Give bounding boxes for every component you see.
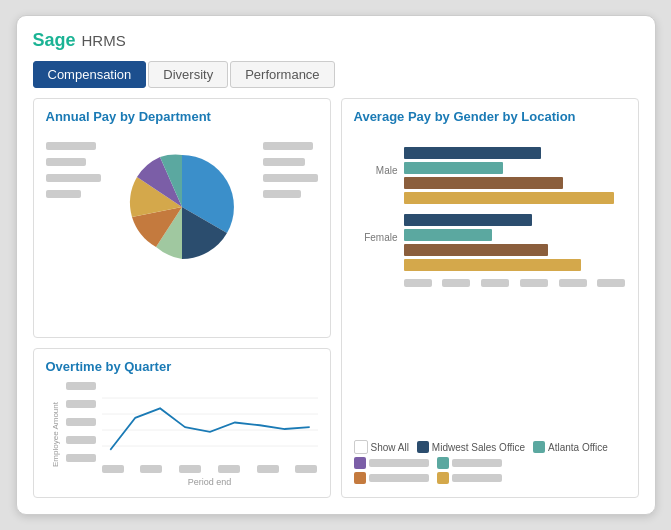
y-axis-label: Employee Amount: [51, 402, 60, 467]
app-container: Sage HRMS Compensation Diversity Perform…: [16, 15, 656, 515]
legend-dot-6: [437, 472, 449, 484]
legend-midwest-label: Midwest Sales Office: [432, 442, 525, 453]
x-tick-5: [559, 279, 587, 287]
header: Sage HRMS: [33, 30, 639, 51]
sage-logo: Sage: [33, 30, 76, 51]
avg-pay-title: Average Pay by Gender by Location: [354, 109, 626, 124]
x-tick-2: [442, 279, 470, 287]
legend-bar-4: [46, 190, 81, 198]
overtime-x-tick-1: [102, 465, 124, 473]
overtime-title: Overtime by Quarter: [46, 359, 318, 374]
overtime-x-tick-6: [295, 465, 317, 473]
overtime-card: Overtime by Quarter Employee Amount: [33, 348, 331, 498]
legend-dot-5: [354, 472, 366, 484]
annual-pay-title: Annual Pay by Department: [46, 109, 318, 124]
overtime-chart-area: Period end: [66, 382, 318, 487]
legend-ph-5: [369, 474, 429, 482]
legend-bar-3: [46, 174, 101, 182]
legend-ph-6: [452, 474, 502, 482]
x-axis-ticks: [354, 279, 626, 287]
legend-atlanta-label: Atlanta Office: [548, 442, 608, 453]
female-bar-1: [404, 214, 533, 226]
legend-item-6: [437, 472, 502, 484]
pie-chart-area: [46, 132, 318, 282]
y-tick-3: [66, 418, 96, 426]
legend-bar-r4: [263, 190, 301, 198]
legend-bar-1: [46, 142, 96, 150]
y-tick-2: [66, 400, 96, 408]
bars-area: Male Female: [354, 132, 626, 432]
x-tick-6: [597, 279, 625, 287]
legend-atlanta: Atlanta Office: [533, 441, 608, 453]
x-tick-1: [404, 279, 432, 287]
tab-performance[interactable]: Performance: [230, 61, 334, 88]
avg-pay-inner: Average Pay by Gender by Location Male: [354, 109, 626, 487]
x-axis-label: Period end: [66, 477, 318, 487]
legend-item-3: [354, 457, 429, 469]
tabs-bar: Compensation Diversity Performance: [33, 61, 639, 88]
overtime-svg-wrapper: [66, 382, 318, 462]
y-tick-5: [66, 454, 96, 462]
show-all-label: Show All: [371, 442, 409, 453]
legend-row-3: [354, 472, 626, 484]
female-bar-3: [404, 244, 548, 256]
male-bar-3: [404, 177, 564, 189]
legend-row-1: Show All Midwest Sales Office Atlanta Of…: [354, 440, 626, 454]
tab-compensation[interactable]: Compensation: [33, 61, 147, 88]
legend-bar-r3: [263, 174, 318, 182]
app-title: HRMS: [82, 32, 126, 49]
legend-item-4: [437, 457, 502, 469]
female-bar-4: [404, 259, 582, 271]
male-group: Male: [354, 147, 626, 204]
male-bar-2: [404, 162, 504, 174]
female-group: Female: [354, 214, 626, 271]
pie-chart-svg: [122, 147, 242, 267]
female-bar-2: [404, 229, 493, 241]
legend-row-2: [354, 457, 626, 469]
overtime-x-tick-3: [179, 465, 201, 473]
annual-pay-card: Annual Pay by Department: [33, 98, 331, 338]
overtime-x-tick-4: [218, 465, 240, 473]
y-tick-1: [66, 382, 96, 390]
x-tick-3: [481, 279, 509, 287]
legend-dot-3: [354, 457, 366, 469]
y-tick-4: [66, 436, 96, 444]
y-ticks-col: [66, 382, 96, 462]
legend-bar-2: [46, 158, 86, 166]
female-label: Female: [354, 214, 404, 243]
male-label: Male: [354, 147, 404, 176]
legend-midwest-dot: [417, 441, 429, 453]
chart-legend: Show All Midwest Sales Office Atlanta Of…: [354, 440, 626, 487]
legend-ph-4: [452, 459, 502, 467]
overtime-chart-wrapper: Employee Amount: [46, 382, 318, 487]
male-bars: [404, 147, 626, 204]
pie-legend-left: [46, 142, 101, 198]
tab-diversity[interactable]: Diversity: [148, 61, 228, 88]
legend-ph-3: [369, 459, 429, 467]
x-ticks-row: [66, 465, 318, 473]
legend-bar-r1: [263, 142, 313, 150]
avg-pay-card: Average Pay by Gender by Location Male: [341, 98, 639, 498]
male-bar-4: [404, 192, 615, 204]
legend-atlanta-dot: [533, 441, 545, 453]
legend-dot-4: [437, 457, 449, 469]
overtime-x-tick-2: [140, 465, 162, 473]
female-bars: [404, 214, 626, 271]
male-bar-1: [404, 147, 542, 159]
x-tick-4: [520, 279, 548, 287]
y-axis-wrapper: Employee Amount: [46, 382, 66, 487]
legend-show-all: Show All: [354, 440, 409, 454]
line-chart-svg: [102, 382, 318, 462]
line-path: [110, 408, 309, 449]
overtime-x-tick-5: [257, 465, 279, 473]
legend-item-5: [354, 472, 429, 484]
legend-midwest: Midwest Sales Office: [417, 441, 525, 453]
show-all-checkbox[interactable]: [354, 440, 368, 454]
pie-legend-right: [263, 142, 318, 198]
legend-bar-r2: [263, 158, 305, 166]
dashboard: Annual Pay by Department: [33, 98, 639, 498]
